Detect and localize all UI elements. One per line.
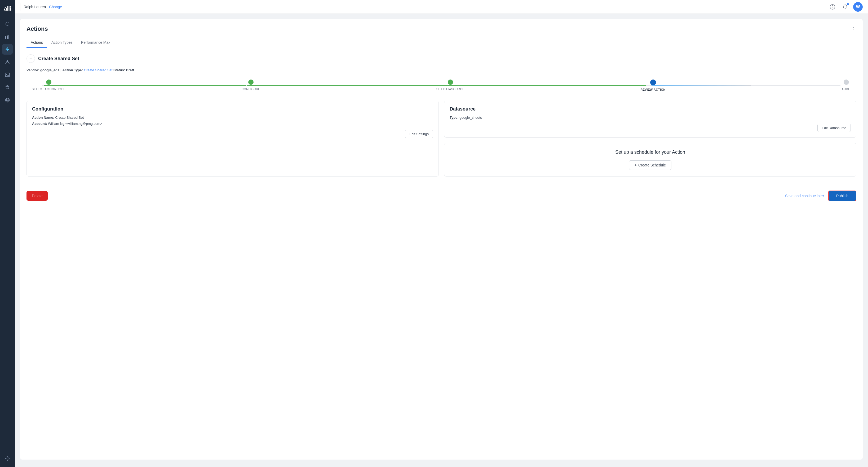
- back-button[interactable]: ←: [27, 54, 35, 63]
- sidebar: alli ⬡: [0, 0, 15, 467]
- stepper-dot-4: [650, 80, 656, 85]
- datasource-type-field: Type: google_sheets: [450, 116, 851, 120]
- stepper-label-1: SELECT ACTION TYPE: [32, 88, 65, 91]
- create-schedule-button[interactable]: + Create Schedule: [629, 160, 672, 170]
- stepper-label-3: SET DATASOURCE: [436, 88, 464, 91]
- svg-point-11: [832, 8, 833, 8]
- stepper-label-2: CONFIGURE: [242, 88, 260, 91]
- publish-button[interactable]: Publish: [828, 191, 856, 201]
- footer-right: Save and continue later Publish: [785, 191, 856, 201]
- svg-rect-1: [7, 35, 8, 39]
- cards-grid: Configuration Action Name: Create Shared…: [27, 101, 856, 177]
- edit-datasource-button[interactable]: Edit Datasource: [817, 124, 851, 132]
- progress-stepper: SELECT ACTION TYPE CONFIGURE SET DATASOU…: [27, 80, 856, 91]
- schedule-card-title: Set up a schedule for your Action: [451, 150, 850, 155]
- sidebar-bottom: [2, 453, 13, 464]
- stepper-step-2: CONFIGURE: [242, 80, 260, 91]
- tab-action-types[interactable]: Action Types: [47, 38, 77, 48]
- page-header: Actions ⋮: [27, 26, 856, 32]
- datasource-card-title: Datasource: [450, 106, 851, 112]
- stepper-dot-5: [844, 80, 849, 85]
- edit-settings-button[interactable]: Edit Settings: [405, 130, 433, 138]
- stepper-steps: SELECT ACTION TYPE CONFIGURE SET DATASOU…: [32, 80, 851, 91]
- right-column: Datasource Type: google_sheets Edit Data…: [444, 101, 856, 177]
- audience-icon[interactable]: [2, 57, 13, 67]
- save-later-button[interactable]: Save and continue later: [785, 194, 824, 198]
- user-avatar[interactable]: W: [853, 2, 863, 12]
- svg-point-5: [6, 74, 7, 75]
- svg-rect-0: [5, 36, 6, 39]
- main-wrapper: Ralph Lauren Change W Actions ⋮ Actions …: [15, 0, 868, 467]
- datasource-card-actions: Edit Datasource: [450, 124, 851, 132]
- svg-rect-4: [5, 73, 9, 76]
- tabs-bar: Actions Action Types Performance Max: [27, 38, 856, 48]
- svg-rect-2: [8, 35, 9, 39]
- settings-icon[interactable]: [2, 453, 13, 464]
- stepper-step-4: REVIEW ACTION: [641, 80, 665, 91]
- stepper-label-4: REVIEW ACTION: [641, 88, 665, 91]
- plus-icon: +: [634, 163, 637, 167]
- target-icon[interactable]: [2, 95, 13, 105]
- topbar: Ralph Lauren Change W: [15, 0, 868, 14]
- stepper-step-3: SET DATASOURCE: [436, 80, 464, 91]
- topbar-divider: [20, 3, 21, 10]
- stepper-step-1: SELECT ACTION TYPE: [32, 80, 65, 91]
- stepper-dot-3: [448, 80, 453, 85]
- gallery-icon[interactable]: [2, 69, 13, 80]
- stepper-label-5: AUDIT: [842, 88, 851, 91]
- app-logo: alli: [2, 3, 13, 14]
- tab-performance-max[interactable]: Performance Max: [77, 38, 115, 48]
- page-title: Actions: [27, 26, 48, 32]
- lightning-icon[interactable]: [2, 44, 13, 55]
- shopping-icon[interactable]: [2, 82, 13, 93]
- meta-info: Vendor: google_ads | Action Type: Create…: [27, 68, 856, 72]
- notification-icon[interactable]: [840, 2, 850, 12]
- analytics-icon[interactable]: [2, 31, 13, 42]
- stepper-dot-2: [248, 80, 254, 85]
- datasource-card: Datasource Type: google_sheets Edit Data…: [444, 101, 856, 137]
- stepper-dot-1: [46, 80, 52, 85]
- content-area: Actions ⋮ Actions Action Types Performan…: [15, 14, 868, 467]
- action-type-link[interactable]: Create Shared Set: [84, 68, 113, 72]
- client-name: Ralph Lauren: [24, 5, 46, 9]
- configuration-card-actions: Edit Settings: [32, 130, 433, 138]
- page-footer: Delete Save and continue later Publish: [27, 185, 856, 201]
- configuration-card-title: Configuration: [32, 106, 433, 112]
- create-schedule-label: Create Schedule: [638, 163, 666, 167]
- tab-actions[interactable]: Actions: [27, 38, 47, 48]
- delete-button[interactable]: Delete: [27, 191, 48, 200]
- header-menu-button[interactable]: ⋮: [851, 26, 856, 32]
- change-client-button[interactable]: Change: [49, 5, 62, 9]
- schedule-card: Set up a schedule for your Action + Crea…: [444, 143, 856, 177]
- help-icon[interactable]: [828, 2, 837, 12]
- svg-point-8: [7, 100, 8, 101]
- svg-point-9: [7, 458, 8, 459]
- stepper-step-5: AUDIT: [842, 80, 851, 91]
- sub-header: ← Create Shared Set: [27, 54, 856, 63]
- page-container: Actions ⋮ Actions Action Types Performan…: [20, 19, 863, 460]
- action-name-field: Action Name: Create Shared Set: [32, 116, 433, 120]
- account-field: Account: William Ng <william.ng@pmg.com>: [32, 122, 433, 126]
- dashboard-icon[interactable]: ⬡: [2, 19, 13, 29]
- notification-dot: [847, 3, 849, 5]
- configuration-card: Configuration Action Name: Create Shared…: [27, 101, 439, 177]
- sub-page-title: Create Shared Set: [38, 56, 79, 61]
